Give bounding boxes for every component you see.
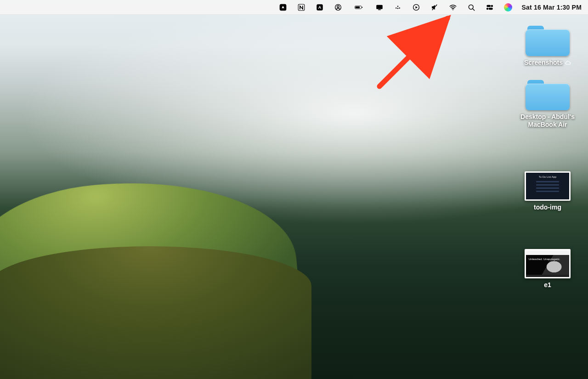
icloud-icon — [565, 61, 571, 65]
desktop-folder-desktop-macbook[interactable]: Desktop - Abdul's MacBook Air — [511, 77, 584, 129]
user-circle-icon[interactable] — [334, 3, 343, 12]
now-playing-icon[interactable] — [412, 3, 421, 12]
app-a-icon[interactable]: A — [315, 3, 324, 12]
desktop-icon-label: Screenshots — [524, 59, 571, 67]
siri-icon[interactable] — [503, 3, 513, 12]
folder-icon — [526, 77, 570, 110]
desktop-folder-screenshots[interactable]: Screenshots — [511, 23, 584, 67]
image-thumbnail: To Do List App — [525, 171, 571, 201]
battery-icon[interactable] — [352, 3, 366, 12]
desktop-wallpaper — [0, 0, 588, 379]
folder-icon — [526, 23, 570, 56]
desktop-icon-label: todo-img — [534, 204, 561, 212]
svg-rect-20 — [486, 5, 491, 7]
notion-icon[interactable] — [297, 3, 306, 12]
svg-rect-10 — [378, 9, 381, 10]
svg-rect-7 — [355, 6, 360, 8]
svg-rect-9 — [376, 5, 383, 9]
svg-line-19 — [473, 9, 475, 11]
control-center-icon[interactable] — [485, 3, 494, 12]
sound-muted-icon[interactable] — [430, 3, 439, 12]
wifi-icon[interactable] — [448, 3, 458, 12]
svg-point-13 — [397, 8, 398, 9]
desktop-image-e1[interactable]: Unleashed. Unapologetic. e1 — [511, 249, 584, 289]
display-icon[interactable] — [375, 3, 384, 12]
desktop-icon-label: e1 — [544, 281, 551, 289]
spotlight-search-icon[interactable] — [467, 3, 476, 12]
svg-text:A: A — [318, 5, 321, 10]
google-drive-icon[interactable] — [278, 3, 288, 12]
thumb-title: To Do List App — [526, 175, 569, 178]
svg-point-14 — [399, 7, 400, 8]
desktop-image-todo[interactable]: To Do List App todo-img — [511, 171, 584, 212]
image-thumbnail: Unleashed. Unapologetic. — [525, 249, 571, 278]
svg-point-12 — [397, 6, 398, 6]
svg-point-5 — [337, 6, 339, 8]
menu-extra-dots-icon[interactable] — [393, 3, 402, 12]
menu-bar-clock[interactable]: Sat 16 Mar 1:30 PM — [522, 4, 582, 11]
svg-rect-8 — [362, 6, 362, 8]
svg-point-11 — [396, 7, 396, 8]
svg-point-21 — [491, 5, 493, 7]
desktop-icons-area: Screenshots Desktop - Abdul's MacBook Ai… — [511, 23, 584, 289]
menu-bar: A Sat 16 Mar 1:30 PM — [0, 0, 588, 15]
desktop-icon-label: Desktop - Abdul's MacBook Air — [511, 113, 584, 129]
svg-point-22 — [486, 7, 488, 10]
svg-point-17 — [452, 9, 453, 10]
wallpaper-trees — [0, 246, 311, 379]
svg-rect-23 — [488, 7, 492, 10]
